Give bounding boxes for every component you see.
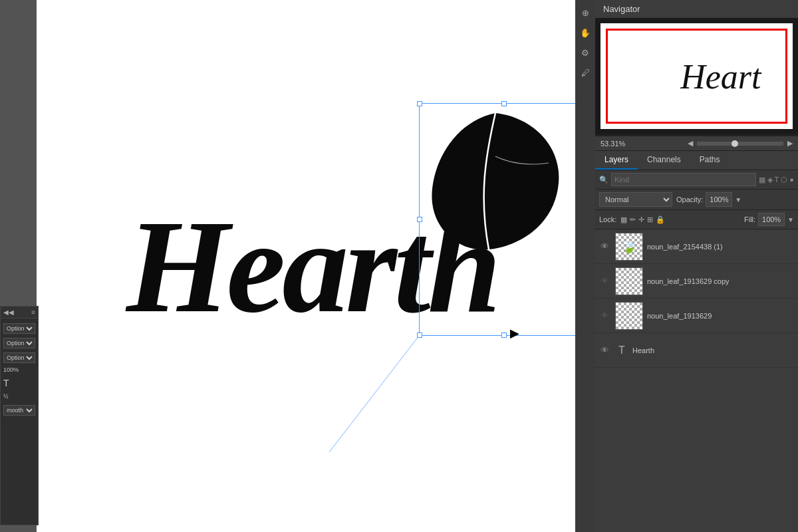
layer-name-0: noun_leaf_2154438 (1) bbox=[647, 243, 793, 251]
layer-name-3: Hearth bbox=[632, 346, 793, 354]
canvas-area: Hearth ▶ bbox=[37, 0, 595, 532]
canvas-main-text-area: Hearth bbox=[73, 0, 632, 532]
smooth-label: ½ bbox=[3, 392, 35, 401]
opacity-input[interactable] bbox=[706, 192, 732, 207]
panel-body: Option Option Option 100% T ½ mooth bbox=[1, 319, 38, 420]
layer-thumbnail-1 bbox=[615, 267, 643, 295]
zoom-bar: 53.31% ◀ ▶ bbox=[595, 136, 798, 151]
navigator-panel: Navigator Heart bbox=[595, 0, 798, 136]
leaf-graphic[interactable] bbox=[422, 103, 569, 259]
right-toolbar: ⊕ ✋ ⚙ 🖊 bbox=[575, 0, 595, 532]
layers-search-bar: 🔍 ▦ ◈ T ⬡ ● bbox=[595, 170, 798, 190]
blend-mode-select[interactable]: Normal bbox=[599, 192, 672, 207]
search-icon: 🔍 bbox=[599, 176, 608, 184]
layer-visibility-0[interactable]: 👁 bbox=[600, 241, 611, 251]
navigator-tab[interactable]: Navigator bbox=[595, 0, 798, 18]
filter-shape-icon[interactable]: ⬡ bbox=[781, 176, 787, 184]
lock-pixels-icon[interactable]: ✏ bbox=[630, 215, 636, 224]
opacity-label: Opacity: bbox=[676, 196, 703, 203]
panel-row-smooth: ½ bbox=[3, 392, 35, 401]
navigator-tool-icon[interactable]: ⊕ bbox=[578, 5, 593, 20]
navigator-preview: Heart bbox=[595, 18, 798, 134]
lock-fill-controls: Lock: ▦ ✏ ✛ ⊞ 🔒 Fill: ▼ bbox=[595, 210, 798, 229]
filter-pixel-icon[interactable]: ▦ bbox=[759, 176, 765, 184]
layer-item-0[interactable]: 👁 🍃 noun_leaf_2154438 (1) bbox=[595, 229, 798, 264]
smooth-dropdown[interactable]: mooth bbox=[3, 405, 35, 416]
lock-icons-group: ▦ ✏ ✛ ⊞ 🔒 bbox=[620, 215, 665, 224]
panel-row-3: Option bbox=[3, 350, 35, 363]
dropdown-2[interactable]: Option bbox=[3, 338, 35, 348]
layer-item-2[interactable]: 👁 noun_leaf_1913629 bbox=[595, 299, 798, 333]
zoom-value: 100% bbox=[3, 365, 35, 374]
eyedropper-icon[interactable]: 🖊 bbox=[578, 65, 593, 80]
fill-input[interactable] bbox=[758, 213, 785, 226]
fill-label: Fill: bbox=[744, 215, 755, 223]
layer-item-3[interactable]: 👁 T Hearth bbox=[595, 333, 798, 368]
zoom-decrease-icon[interactable]: ◀ bbox=[688, 139, 693, 148]
right-panel: Navigator Heart 53.31% ◀ ▶ Layers Channe… bbox=[595, 0, 798, 532]
tab-channels[interactable]: Channels bbox=[638, 151, 690, 170]
navigator-tab-label: Navigator bbox=[603, 4, 640, 14]
zoom-increase-icon[interactable]: ▶ bbox=[787, 139, 793, 148]
panel-menu-icon[interactable]: ≡ bbox=[31, 309, 35, 316]
panel-row-t: T bbox=[3, 376, 35, 390]
filter-type-icon[interactable]: T bbox=[775, 176, 779, 184]
tab-layers[interactable]: Layers bbox=[595, 151, 638, 170]
navigator-canvas-bg: Heart bbox=[600, 23, 793, 129]
type-icon: T bbox=[3, 376, 35, 390]
layer-item-1[interactable]: 👁 noun_leaf_1913629 copy bbox=[595, 264, 798, 299]
layer-filter-icons: ▦ ◈ T ⬡ ● bbox=[759, 176, 794, 184]
panel-row-1: Option bbox=[3, 321, 35, 334]
layer-visibility-3[interactable]: 👁 bbox=[600, 345, 611, 355]
zoom-tool-icon[interactable]: ⚙ bbox=[578, 45, 593, 60]
lock-label: Lock: bbox=[599, 215, 616, 223]
layer-visibility-2[interactable]: 👁 bbox=[600, 311, 611, 321]
layer-name-1: noun_leaf_1913629 copy bbox=[647, 277, 793, 285]
layer-thumbnail-2 bbox=[615, 302, 643, 330]
opacity-dropdown-icon[interactable]: ▼ bbox=[735, 196, 741, 203]
opacity-control: Opacity: ▼ bbox=[676, 192, 741, 207]
zoom-slider-thumb bbox=[732, 140, 738, 147]
lock-artboard-icon[interactable]: ⊞ bbox=[647, 215, 653, 224]
fill-dropdown-icon[interactable]: ▼ bbox=[787, 216, 794, 223]
left-panel: ◀◀ ≡ Option Option Option 100% T ½ bbox=[0, 306, 39, 525]
panel-header: ◀◀ ≡ bbox=[1, 307, 38, 319]
hand-tool-icon[interactable]: ✋ bbox=[578, 25, 593, 40]
layer-visibility-1[interactable]: 👁 bbox=[600, 276, 611, 286]
layer-thumbnail-0: 🍃 bbox=[615, 233, 643, 261]
navigator-canvas-text: Heart bbox=[680, 57, 761, 96]
tab-paths[interactable]: Paths bbox=[690, 151, 730, 170]
panel-row-smooth-select: mooth bbox=[3, 403, 35, 416]
layer-thumb-leaf-icon: 🍃 bbox=[622, 239, 636, 254]
dropdown-3[interactable]: Option bbox=[3, 352, 35, 363]
panel-row-2: Option bbox=[3, 336, 35, 348]
layer-name-2: noun_leaf_1913629 bbox=[647, 312, 793, 320]
layers-search-input[interactable] bbox=[611, 173, 756, 186]
panel-collapse-icon[interactable]: ◀◀ bbox=[3, 309, 14, 316]
text-layer-type-icon: T bbox=[615, 344, 628, 356]
blend-opacity-controls: Normal Opacity: ▼ bbox=[595, 190, 798, 210]
filter-adjust-icon[interactable]: ◈ bbox=[767, 176, 773, 184]
lock-transparent-icon[interactable]: ▦ bbox=[620, 215, 627, 224]
fill-control: Fill: ▼ bbox=[744, 213, 794, 226]
lock-position-icon[interactable]: ✛ bbox=[638, 215, 644, 224]
zoom-percent: 53.31% bbox=[600, 140, 688, 148]
dropdown-1[interactable]: Option bbox=[3, 323, 35, 334]
layers-tabs: Layers Channels Paths bbox=[595, 151, 798, 170]
cursor-pointer: ▶ bbox=[510, 326, 519, 340]
filter-smartobj-icon[interactable]: ● bbox=[789, 176, 794, 184]
panel-row-zoom: 100% bbox=[3, 365, 35, 374]
lock-all-icon[interactable]: 🔒 bbox=[656, 215, 665, 224]
zoom-slider[interactable] bbox=[697, 142, 784, 146]
